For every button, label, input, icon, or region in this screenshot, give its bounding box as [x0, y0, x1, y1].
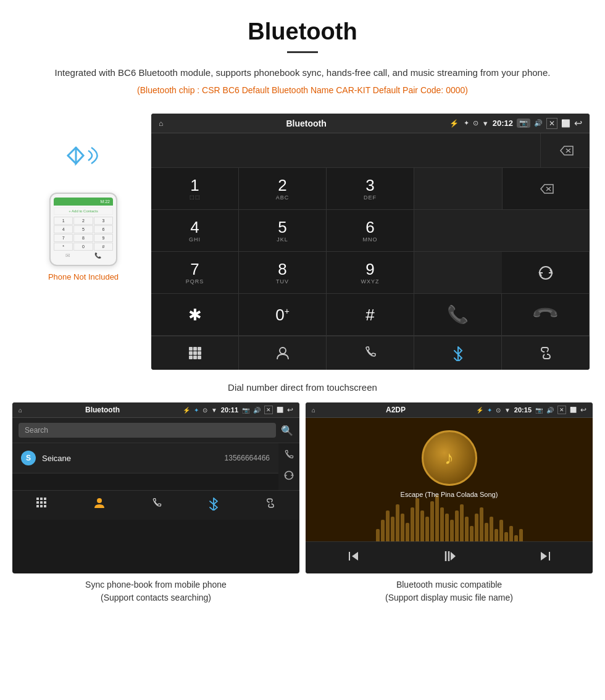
music-caption: Bluetooth music compatible (Support disp… [306, 573, 593, 604]
pb-contact-avatar: S [21, 451, 36, 465]
page-header: Bluetooth Integrated with BC6 Bluetooth … [0, 0, 605, 114]
key-0[interactable]: 0+ [239, 294, 327, 336]
bottom-row: ⌂ Bluetooth ⚡ ✦ ⊙ ▼ 20:11 📷 🔊 ✕ ⬜ ↩ Sear… [0, 402, 605, 617]
key-5[interactable]: 5JKL [239, 210, 327, 252]
dial-caption: Dial number direct from touchscreen [0, 376, 605, 402]
key-hash[interactable]: # [327, 294, 414, 336]
music-loc-icon: ⊙ [496, 407, 501, 414]
toolbar-dialpad-btn[interactable] [151, 336, 239, 370]
music-win-icon[interactable]: ⬜ [570, 407, 577, 413]
toolbar-call-log-btn[interactable] [327, 336, 414, 370]
pb-toolbar-link[interactable] [265, 497, 276, 514]
phone-mockup: M:22 + Add to Contacts 123 456 789 *0# ✉… [49, 193, 117, 266]
dial-number-display [151, 133, 540, 167]
music-main-area: ♪ Escape (The Pina Colada Song) [306, 418, 593, 541]
svg-rect-14 [198, 356, 201, 359]
key-2[interactable]: 2ABC [239, 168, 327, 210]
music-home-icon[interactable]: ⌂ [312, 407, 315, 414]
svg-point-15 [280, 348, 286, 354]
svg-rect-22 [36, 505, 39, 507]
svg-marker-26 [352, 552, 358, 560]
key-call[interactable]: 📞 [414, 294, 502, 336]
svg-marker-0 [561, 146, 573, 155]
music-cam-icon: 📷 [535, 407, 543, 414]
dial-toolbar [151, 336, 590, 370]
phone-add-contact: + Add to Contacts [54, 207, 113, 215]
volume-icon[interactable]: 🔊 [534, 119, 543, 127]
pb-search-icon[interactable]: 🔍 [281, 425, 293, 436]
music-play-pause-btn[interactable] [443, 549, 456, 566]
dial-title: Bluetooth [168, 119, 444, 128]
svg-rect-13 [193, 356, 197, 359]
svg-rect-7 [193, 347, 197, 351]
pb-home-icon[interactable]: ⌂ [19, 407, 22, 414]
music-vol-icon[interactable]: 🔊 [546, 407, 554, 414]
phonebook-section: ⌂ Bluetooth ⚡ ✦ ⊙ ▼ 20:11 📷 🔊 ✕ ⬜ ↩ Sear… [12, 402, 299, 604]
dial-keypad: 1⬚⬚ 2ABC 3DEF 4GHI 5JKL [151, 168, 590, 336]
pb-toolbar-dialpad[interactable] [36, 497, 47, 514]
key-8[interactable]: 8TUV [239, 252, 327, 294]
key-3[interactable]: 3DEF [327, 168, 414, 210]
key-star[interactable]: ✱ [151, 294, 239, 336]
dial-backspace-button[interactable] [540, 133, 590, 167]
music-prev-btn[interactable] [347, 549, 361, 566]
window-icon[interactable]: ⬜ [561, 119, 570, 128]
pb-vol-icon[interactable]: 🔊 [253, 407, 261, 414]
key-end-call[interactable]: 📞 [502, 294, 590, 336]
dial-status-bar: ⌂ Bluetooth ⚡ ✦ ⊙ ▼ 20:12 📷 🔊 ✕ ⬜ ↩ [151, 114, 590, 133]
pb-usb-icon: ⚡ [183, 407, 190, 414]
dial-home-icon[interactable]: ⌂ [159, 119, 163, 128]
key-sync[interactable] [502, 252, 590, 294]
music-close-icon[interactable]: ✕ [557, 406, 566, 414]
pb-back-icon[interactable]: ↩ [287, 406, 293, 414]
music-next-btn[interactable] [538, 549, 552, 566]
pb-contact-name: Seicane [42, 454, 225, 463]
back-icon[interactable]: ↩ [574, 117, 582, 129]
dial-display-row [151, 133, 590, 168]
music-back-icon[interactable]: ↩ [580, 406, 586, 414]
location-icon: ⊙ [473, 119, 478, 127]
svg-rect-23 [40, 505, 43, 507]
close-icon[interactable]: ✕ [546, 118, 557, 129]
key-9[interactable]: 9WXYZ [327, 252, 414, 294]
camera-icon: 📷 [517, 119, 530, 128]
dial-usb-icon: ⚡ [449, 119, 459, 128]
svg-rect-20 [40, 501, 43, 504]
pb-main-content: S Seicane 13566664466 [12, 443, 299, 490]
page-title: Bluetooth [37, 19, 568, 45]
pb-refresh-icon[interactable] [283, 470, 294, 484]
pb-toolbar-bt[interactable] [209, 497, 218, 514]
svg-rect-19 [36, 501, 39, 504]
pb-toolbar [12, 490, 299, 520]
music-visualizer [306, 492, 593, 541]
pb-contact-item[interactable]: S Seicane 13566664466 [12, 443, 278, 473]
music-time: 20:15 [514, 406, 532, 414]
pb-search-row: Search 🔍 [12, 418, 299, 443]
key-7[interactable]: 7PQRS [151, 252, 239, 294]
toolbar-contacts-btn[interactable] [239, 336, 327, 370]
svg-marker-3 [541, 185, 553, 193]
phone-keypad: 123 456 789 *0# [54, 217, 113, 251]
svg-marker-31 [541, 552, 547, 560]
toolbar-bluetooth-btn[interactable] [414, 336, 502, 370]
specs: (Bluetooth chip : CSR BC6 Default Blueto… [37, 85, 568, 95]
key-4[interactable]: 4GHI [151, 210, 239, 252]
pb-close-icon[interactable]: ✕ [264, 406, 273, 414]
music-title: A2DP [319, 406, 472, 414]
music-signal-icon: ▼ [504, 407, 511, 414]
key-1[interactable]: 1⬚⬚ [151, 168, 239, 210]
music-album-art: ♪ [422, 430, 477, 486]
phone-bottom-row: ✉ 📞 [54, 252, 113, 259]
pb-toolbar-phone[interactable] [151, 497, 162, 514]
key-blank-3 [414, 252, 502, 294]
dial-time: 20:12 [493, 119, 513, 128]
pb-call-icon[interactable] [283, 449, 294, 464]
toolbar-link-btn[interactable] [502, 336, 590, 370]
description: Integrated with BC6 Bluetooth module, su… [37, 65, 568, 80]
pb-win-icon[interactable]: ⬜ [277, 407, 283, 413]
key-6[interactable]: 6MNO [327, 210, 414, 252]
pb-toolbar-contacts[interactable] [94, 497, 105, 514]
phonebook-caption: Sync phone-book from mobile phone (Suppo… [12, 573, 299, 604]
pb-search-box[interactable]: Search [19, 423, 276, 438]
key-backspace[interactable] [502, 168, 590, 210]
